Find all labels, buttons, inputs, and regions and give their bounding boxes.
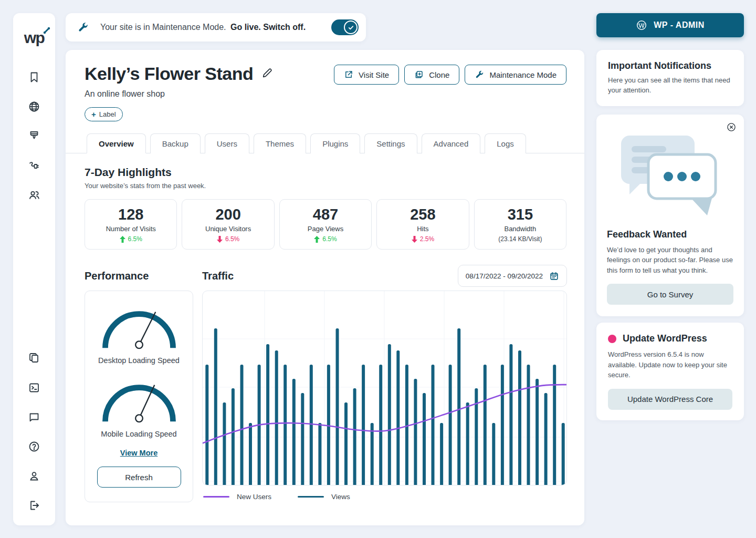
comments-icon[interactable]: [28, 411, 40, 423]
wordpress-icon: [636, 19, 647, 31]
tab-logs[interactable]: Logs: [485, 133, 526, 153]
wp-logo[interactable]: wp: [24, 29, 45, 47]
refresh-button[interactable]: Refresh: [97, 467, 181, 488]
tab-overview[interactable]: Overview: [87, 133, 146, 153]
stat-delta: 2.5%: [412, 235, 434, 243]
tab-advanced[interactable]: Advanced: [422, 133, 481, 153]
add-label-text: Label: [99, 110, 116, 118]
maintenance-banner: Your site is in Maintenance Mode. Go liv…: [66, 13, 366, 42]
help-icon[interactable]: [28, 440, 40, 453]
legend-swatch: [298, 496, 324, 498]
maintenance-toggle[interactable]: [331, 19, 359, 35]
terminal-icon[interactable]: [28, 381, 40, 394]
external-link-icon: [344, 70, 353, 79]
site-title: Kelly’s Flower Stand: [85, 64, 253, 84]
legend-label: New Users: [237, 493, 271, 501]
stat-delta: 6.5%: [314, 235, 337, 243]
stat-card: 258Hits2.5%: [376, 199, 469, 250]
maintenance-mode-label: Maintenance Mode: [489, 70, 556, 79]
performance-card: Desktop Loading Speed Mobile Loading Spe…: [85, 291, 193, 502]
stat-label: Page Views: [308, 225, 343, 233]
sidebar-nav-bottom: [28, 352, 40, 512]
edit-title-icon[interactable]: [261, 67, 273, 81]
tab-backup[interactable]: Backup: [150, 133, 201, 153]
desktop-speed-label: Desktop Loading Speed: [98, 356, 180, 365]
banner-action-link[interactable]: Go live. Switch off.: [230, 23, 306, 32]
stat-delta: 6.5%: [217, 235, 239, 243]
stat-card: 200Unique Visitors6.5%: [182, 199, 274, 250]
date-range-text: 08/17/2022 - 09/20/2022: [466, 272, 543, 280]
performance-title: Performance: [85, 270, 149, 282]
view-more-link[interactable]: View More: [120, 449, 158, 457]
arrow-down-icon: [217, 236, 223, 243]
tab-themes[interactable]: Themes: [254, 133, 306, 153]
stat-label: Unique Visitors: [205, 225, 251, 233]
desktop-speed-gauge: [98, 305, 181, 351]
visit-site-button[interactable]: Visit Site: [334, 65, 399, 85]
bookmark-icon[interactable]: [28, 71, 40, 84]
update-wordpress-core-button[interactable]: Update WordPress Core: [608, 389, 732, 410]
wp-admin-label: WP - ADMIN: [654, 20, 705, 30]
mobile-speed-gauge: [98, 378, 181, 425]
arrow-up-icon: [120, 236, 125, 243]
notifications-title: Important Notifications: [608, 60, 732, 71]
tab-plugins[interactable]: Plugins: [310, 133, 360, 153]
banner-message: Your site is in Maintenance Mode. Go liv…: [100, 23, 306, 32]
traffic-chart-area: New UsersViews: [202, 291, 567, 502]
pages-copy-icon[interactable]: [28, 352, 40, 365]
legend-item: New Users: [203, 493, 271, 501]
feedback-card: Feedback Wanted We’d love to get your th…: [596, 115, 744, 317]
header-actions: Visit Site Clone Maintenance Mode: [334, 64, 566, 121]
highlights-subtitle: Your website’s stats from the past week.: [85, 182, 566, 190]
check-icon: [348, 24, 354, 31]
main-panel: Kelly’s Flower Stand An online flower sh…: [66, 50, 584, 525]
tab-bar: OverviewBackupUsersThemesPluginsSettings…: [66, 133, 584, 153]
tab-settings[interactable]: Settings: [364, 133, 417, 153]
themes-brush-icon[interactable]: [28, 130, 40, 142]
chart-legend: New UsersViews: [202, 493, 567, 501]
clone-icon: [414, 70, 424, 79]
alert-dot-icon: [608, 335, 616, 343]
sidebar-nav-top: [28, 71, 40, 201]
notifications-subtitle: Here you can see all the items that need…: [608, 76, 732, 96]
go-to-survey-button[interactable]: Go to Survey: [607, 284, 733, 305]
tab-users[interactable]: Users: [205, 133, 249, 153]
update-wordpress-card: Update WordPress WordPress version 6.5.4…: [596, 323, 744, 420]
feedback-title: Feedback Wanted: [607, 229, 733, 240]
site-header: Kelly’s Flower Stand An online flower sh…: [85, 64, 273, 121]
profile-icon[interactable]: [28, 470, 40, 482]
highlights-title: 7-Day Highlights: [85, 166, 566, 179]
stat-value: 200: [215, 206, 240, 223]
stat-label: Bandwidth: [504, 225, 536, 233]
wp-admin-button[interactable]: WP - ADMIN: [596, 13, 744, 37]
maintenance-toggle-knob: [344, 20, 358, 34]
users-icon[interactable]: [28, 189, 40, 201]
maintenance-mode-button[interactable]: Maintenance Mode: [465, 65, 566, 85]
stat-label: Hits: [417, 225, 428, 233]
legend-swatch: [203, 496, 229, 498]
update-text: WordPress version 6.5.4 is now available…: [608, 349, 732, 380]
update-title: Update WordPress: [623, 333, 707, 344]
clone-button[interactable]: Clone: [404, 65, 459, 85]
logout-icon[interactable]: [28, 499, 40, 512]
stat-card: 315Bandwidth(23.14 KB/Visit): [474, 199, 566, 250]
wrench-icon: [77, 22, 89, 33]
globe-icon[interactable]: [28, 100, 40, 113]
stat-card: 487Page Views6.5%: [279, 199, 372, 250]
notifications-card: Important Notifications Here you can see…: [596, 50, 744, 106]
plugins-plug-icon[interactable]: [28, 159, 40, 172]
stat-card: 128Number of Visits6.5%: [85, 199, 177, 250]
add-label-button[interactable]: + Label: [85, 107, 123, 121]
legend-item: Views: [298, 493, 350, 501]
date-range-picker[interactable]: 08/17/2022 - 09/20/2022: [458, 265, 567, 287]
speech-bubbles-illustration: [614, 130, 727, 219]
plus-icon: +: [91, 110, 96, 119]
left-sidebar: wp: [13, 13, 55, 525]
traffic-chart: [202, 291, 567, 485]
traffic-chart-svg: [203, 291, 567, 485]
stat-delta: 6.5%: [120, 235, 142, 243]
close-icon[interactable]: [726, 122, 737, 134]
wp-logo-spark: [43, 27, 50, 34]
arrow-up-icon: [314, 236, 320, 243]
wrench-icon: [475, 70, 484, 79]
